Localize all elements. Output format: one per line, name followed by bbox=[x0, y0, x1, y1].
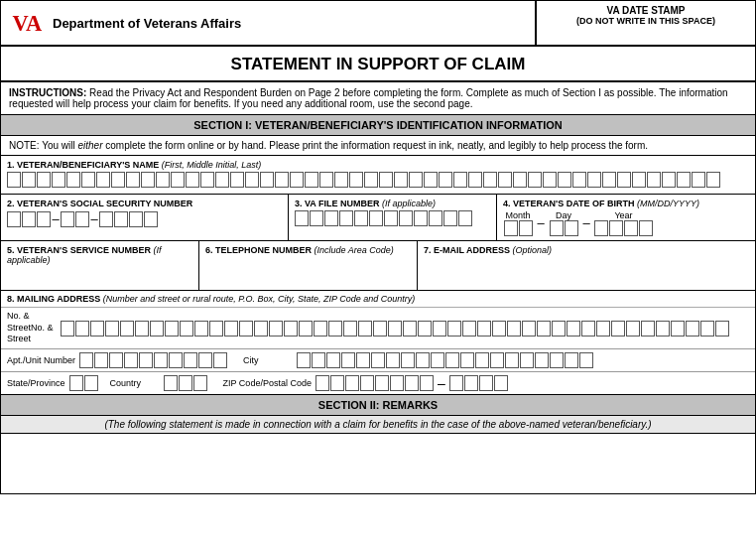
zip-ext-box-4[interactable] bbox=[494, 375, 508, 391]
city-box-6[interactable] bbox=[371, 352, 385, 368]
name-box-12[interactable] bbox=[171, 172, 185, 188]
state-boxes[interactable] bbox=[69, 375, 98, 391]
street-box-4[interactable] bbox=[105, 321, 119, 337]
zip-box-4[interactable] bbox=[360, 375, 374, 391]
vafile-box-2[interactable] bbox=[310, 210, 323, 226]
zip-ext-boxes[interactable] bbox=[449, 375, 508, 391]
ssn-box-1[interactable] bbox=[7, 211, 21, 227]
apt-box-4[interactable] bbox=[124, 352, 138, 368]
ssn-box-6[interactable] bbox=[99, 211, 113, 227]
state-box-1[interactable] bbox=[69, 375, 83, 391]
dob-year-boxes[interactable] bbox=[594, 220, 653, 236]
name-box-43[interactable] bbox=[632, 172, 646, 188]
street-box-20[interactable] bbox=[343, 321, 357, 337]
street-box-9[interactable] bbox=[180, 321, 193, 337]
name-box-35[interactable] bbox=[513, 172, 527, 188]
country-boxes[interactable] bbox=[164, 375, 207, 391]
apt-box-10[interactable] bbox=[213, 352, 227, 368]
ssn-box-2[interactable] bbox=[22, 211, 36, 227]
name-box-46[interactable] bbox=[677, 172, 691, 188]
name-box-33[interactable] bbox=[483, 172, 497, 188]
street-box-33[interactable] bbox=[537, 321, 551, 337]
street-box-15[interactable] bbox=[269, 321, 283, 337]
name-box-32[interactable] bbox=[468, 172, 482, 188]
street-box-42[interactable] bbox=[671, 321, 685, 337]
name-box-36[interactable] bbox=[528, 172, 542, 188]
name-box-10[interactable] bbox=[141, 172, 155, 188]
city-box-10[interactable] bbox=[431, 352, 444, 368]
name-box-37[interactable] bbox=[543, 172, 557, 188]
apt-box-2[interactable] bbox=[94, 352, 108, 368]
name-box-21[interactable] bbox=[305, 172, 318, 188]
addr-street-boxes[interactable] bbox=[61, 321, 749, 337]
street-box-19[interactable] bbox=[328, 321, 342, 337]
vafile-box-9[interactable] bbox=[414, 210, 428, 226]
name-box-9[interactable] bbox=[126, 172, 140, 188]
street-box-38[interactable] bbox=[611, 321, 625, 337]
name-box-38[interactable] bbox=[558, 172, 571, 188]
city-box-11[interactable] bbox=[445, 352, 459, 368]
city-box-19[interactable] bbox=[565, 352, 578, 368]
street-box-7[interactable] bbox=[150, 321, 164, 337]
vafile-boxes[interactable] bbox=[295, 210, 490, 226]
street-box-6[interactable] bbox=[135, 321, 149, 337]
name-box-19[interactable] bbox=[275, 172, 289, 188]
city-box-16[interactable] bbox=[520, 352, 534, 368]
street-box-11[interactable] bbox=[209, 321, 223, 337]
city-box-2[interactable] bbox=[312, 352, 325, 368]
dob-year-box-2[interactable] bbox=[609, 220, 623, 236]
name-box-48[interactable] bbox=[706, 172, 720, 188]
street-box-40[interactable] bbox=[641, 321, 655, 337]
name-box-2[interactable] bbox=[22, 172, 36, 188]
dob-year-box-4[interactable] bbox=[639, 220, 653, 236]
dob-day-boxes[interactable] bbox=[550, 220, 578, 236]
street-box-22[interactable] bbox=[373, 321, 387, 337]
city-box-13[interactable] bbox=[475, 352, 489, 368]
street-box-2[interactable] bbox=[75, 321, 89, 337]
street-box-21[interactable] bbox=[358, 321, 372, 337]
street-box-32[interactable] bbox=[522, 321, 536, 337]
ssn-box-9[interactable] bbox=[144, 211, 158, 227]
ssn-box-4[interactable] bbox=[61, 211, 74, 227]
vafile-box-12[interactable] bbox=[458, 210, 472, 226]
name-box-34[interactable] bbox=[498, 172, 512, 188]
dob-day-box-1[interactable] bbox=[550, 220, 564, 236]
apt-boxes[interactable] bbox=[79, 352, 227, 368]
street-box-23[interactable] bbox=[388, 321, 402, 337]
name-box-7[interactable] bbox=[96, 172, 110, 188]
dob-month-box-2[interactable] bbox=[519, 220, 533, 236]
name-box-8[interactable] bbox=[111, 172, 125, 188]
street-box-35[interactable] bbox=[567, 321, 580, 337]
street-box-16[interactable] bbox=[284, 321, 298, 337]
zip-box-2[interactable] bbox=[330, 375, 344, 391]
street-box-8[interactable] bbox=[165, 321, 179, 337]
street-box-17[interactable] bbox=[299, 321, 313, 337]
name-box-20[interactable] bbox=[290, 172, 304, 188]
city-box-7[interactable] bbox=[386, 352, 400, 368]
name-box-22[interactable] bbox=[319, 172, 333, 188]
street-box-44[interactable] bbox=[700, 321, 714, 337]
vafile-box-1[interactable] bbox=[295, 210, 309, 226]
ssn-box-5[interactable] bbox=[75, 211, 89, 227]
vafile-box-10[interactable] bbox=[429, 210, 442, 226]
city-box-1[interactable] bbox=[297, 352, 311, 368]
zip-box-1[interactable] bbox=[315, 375, 329, 391]
vafile-box-8[interactable] bbox=[399, 210, 413, 226]
street-box-45[interactable] bbox=[715, 321, 729, 337]
ssn-boxes[interactable]: – – bbox=[7, 211, 282, 227]
street-box-1[interactable] bbox=[61, 321, 74, 337]
name-box-18[interactable] bbox=[260, 172, 274, 188]
city-box-14[interactable] bbox=[490, 352, 504, 368]
name-box-5[interactable] bbox=[66, 172, 80, 188]
apt-box-8[interactable] bbox=[184, 352, 197, 368]
apt-box-1[interactable] bbox=[79, 352, 93, 368]
city-boxes[interactable] bbox=[297, 352, 749, 368]
vafile-box-11[interactable] bbox=[443, 210, 457, 226]
city-box-8[interactable] bbox=[401, 352, 415, 368]
street-box-41[interactable] bbox=[656, 321, 670, 337]
city-box-12[interactable] bbox=[460, 352, 474, 368]
name-box-17[interactable] bbox=[245, 172, 259, 188]
name-box-41[interactable] bbox=[602, 172, 616, 188]
city-box-3[interactable] bbox=[326, 352, 340, 368]
street-box-28[interactable] bbox=[462, 321, 476, 337]
